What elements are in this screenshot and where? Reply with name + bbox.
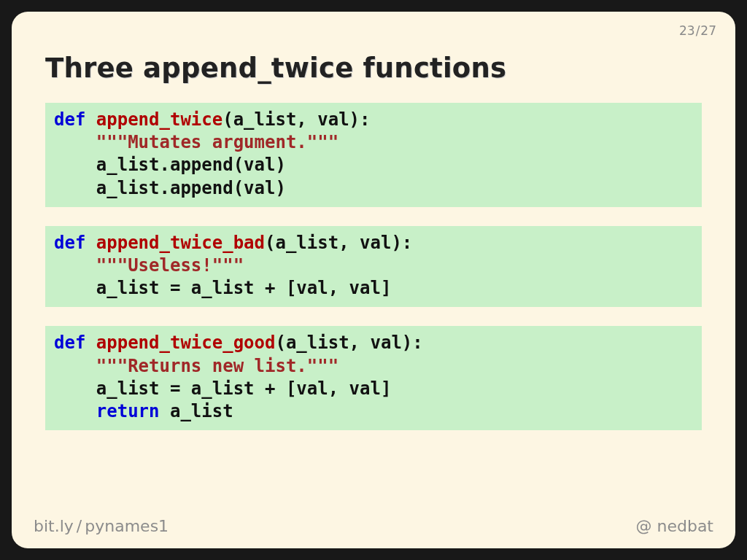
keyword-def: def [54,233,85,253]
handle-name: nedbat [657,517,713,535]
page-total: 27 [700,23,716,38]
slide-footer: bit.ly/pynames1 @ nedbat [12,517,735,535]
code-block-3: def append_twice_good(a_list, val): """R… [45,326,702,430]
keyword-def: def [54,332,85,353]
docstring: """Mutates argument.""" [96,132,338,152]
link-host: bit.ly [34,517,74,535]
code-block-2: def append_twice_bad(a_list, val): """Us… [45,226,702,308]
code-line: a_list.append(val) [96,178,286,198]
link-separator: / [74,517,85,535]
docstring: """Returns new list.""" [96,356,338,376]
func-name: append_twice_bad [96,233,265,253]
handle-at: @ [635,517,651,535]
code-line: a_list = a_list + [val, val] [96,278,392,298]
page-current: 23 [679,23,695,38]
func-name: append_twice [96,109,222,130]
page-counter: 23/27 [679,23,716,38]
func-sig: (a_list, val): [275,332,422,353]
docstring: """Useless!""" [96,255,244,276]
footer-handle: @ nedbat [635,517,713,535]
code-line: a_list = a_list + [val, val] [96,378,392,399]
keyword-def: def [54,109,85,130]
code-line: a_list.append(val) [96,155,286,175]
keyword-return: return [96,401,160,421]
func-sig: (a_list, val): [222,109,370,130]
link-path: pynames1 [85,517,169,535]
footer-link: bit.ly/pynames1 [34,517,169,535]
slide-title: Three append_twice functions [45,52,702,84]
slide: 23/27 Three append_twice functions def a… [12,12,735,548]
code-block-1: def append_twice(a_list, val): """Mutate… [45,103,702,207]
func-name: append_twice_good [96,332,276,353]
func-sig: (a_list, val): [265,233,412,253]
return-expr: a_list [160,401,233,421]
